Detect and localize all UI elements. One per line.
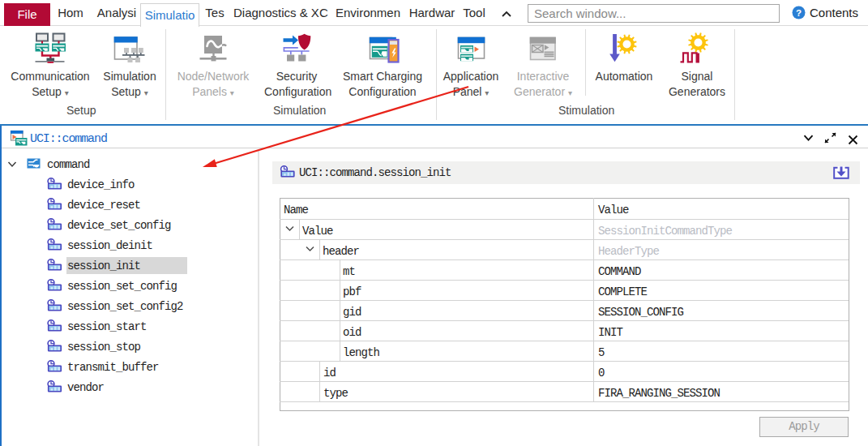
svg-text:?: ?	[796, 8, 802, 18]
